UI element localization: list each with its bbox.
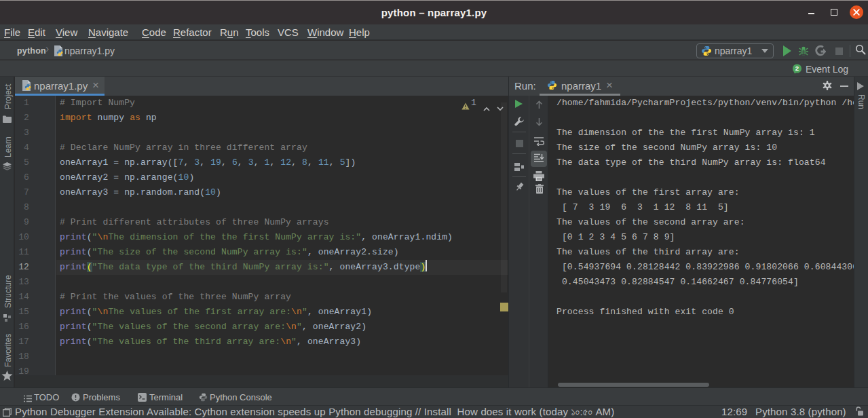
svg-text:2: 2 <box>795 64 799 72</box>
